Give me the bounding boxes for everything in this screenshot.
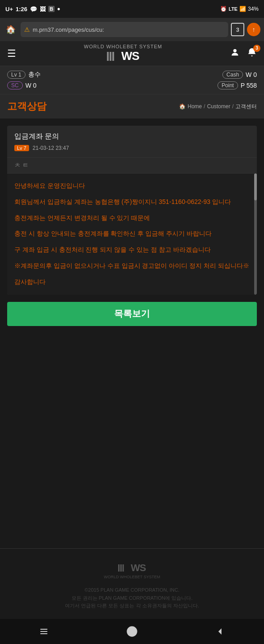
status-icons: ⏰ LTE 📶 34% xyxy=(220,6,259,12)
nav-bar xyxy=(0,619,264,644)
logo-wws-text: WS xyxy=(121,49,139,63)
hamburger-menu[interactable]: ☰ xyxy=(7,48,16,59)
sc-amount: W 0 xyxy=(26,82,37,89)
post-level-badge: Lv 7 xyxy=(14,145,29,151)
logo: WORLD WHOLEBET SYSTEM WS xyxy=(84,44,162,63)
svg-rect-1 xyxy=(110,52,111,61)
user-info-right: Cash W 0 Point P 558 xyxy=(217,71,257,89)
svg-rect-6 xyxy=(123,564,124,572)
alarm-icon: ⏰ xyxy=(220,6,227,12)
list-view-button[interactable]: 목록보기 xyxy=(7,302,257,326)
user-icon[interactable] xyxy=(230,47,240,60)
logo-main: WS xyxy=(107,49,139,63)
main-content: 입금계좌 문의 Lv 7 21-03-12 23:47 ㅊ ㅌ 안녕하세요 운영… xyxy=(0,119,264,539)
cash-row: Cash W 0 xyxy=(222,71,257,79)
footer-logo: WS WORLD WHOLEBET SYSTEM xyxy=(7,562,257,579)
reply-line-6: ※계좌문의후 입금이 없으시거나 수표 입금시 경고없이 아이디 정지 처리 되… xyxy=(14,261,251,271)
svg-rect-2 xyxy=(112,52,114,61)
browser-actions: 3 ↑ xyxy=(231,23,260,36)
cash-badge: Cash xyxy=(222,71,243,79)
band-icon: B xyxy=(48,6,55,12)
footer-logo-text: WS xyxy=(131,562,145,574)
page-header: 고객상담 🏠 Home / Customer / 고객센터 xyxy=(0,94,264,119)
breadcrumb-customer: Customer xyxy=(207,103,230,110)
reply-line-4: 충전 시 항상 안내되는 충전계좌를 확인하신 후 입금해 주시기 바랍니다 xyxy=(14,229,251,239)
post-meta: Lv 7 21-03-12 23:47 xyxy=(14,145,250,151)
sc-badge: SC xyxy=(7,81,23,89)
svg-point-10 xyxy=(127,627,136,636)
footer-line3: 여기서 언급된 다른 모든 상표는 각 소유권자들의 자산입니다. xyxy=(7,602,257,610)
footer-logo-icon xyxy=(118,564,129,572)
carrier: U+ xyxy=(5,6,13,13)
svg-rect-4 xyxy=(118,564,119,572)
point-amount: P 558 xyxy=(241,82,257,89)
notification-icon[interactable]: 3 xyxy=(247,47,257,60)
svg-rect-7 xyxy=(40,631,47,632)
browser-url: m.prn37.com/pages/cus/cu: xyxy=(33,26,104,33)
warning-icon: ⚠ xyxy=(24,26,30,33)
point-badge: Point xyxy=(217,81,238,89)
breadcrumb-home: Home xyxy=(187,103,202,110)
svg-rect-9 xyxy=(40,633,47,634)
svg-rect-0 xyxy=(107,52,109,61)
scrollbar[interactable] xyxy=(254,174,257,295)
page-title: 고객상담 xyxy=(7,100,47,113)
nav-back-button[interactable] xyxy=(30,623,57,640)
point-row: Point P 558 xyxy=(217,81,257,89)
svg-rect-5 xyxy=(120,564,122,572)
signal-icon: 📶 xyxy=(239,6,246,12)
user-name: 총수 xyxy=(28,71,41,79)
footer-line2: 모든 권리는 PLAN GAME CORPORATION에 있습니다. xyxy=(7,594,257,602)
svg-point-3 xyxy=(233,49,236,52)
status-bar: U+ 1:26 💬 🖼 B • ⏰ LTE 📶 34% xyxy=(0,0,264,18)
nav-forward-button[interactable] xyxy=(207,623,234,640)
tab-count-button[interactable]: 3 xyxy=(231,23,244,36)
reply-line-5: 구 계좌 입금 시 충전처리 진행 되지 않을 수 있는 점 참고 바라겠습니다 xyxy=(14,245,251,255)
level-badge: Lv 1 xyxy=(7,71,26,79)
reply-icon: ㅊ ㅌ xyxy=(14,161,29,169)
breadcrumb-sep1: / xyxy=(204,103,205,110)
reply-line-1: 안녕하세요 운영진입니다 xyxy=(14,181,251,191)
footer-line1: ©2015 PLAN GAME CORPORATION, INC. xyxy=(7,586,257,594)
cash-amount: W 0 xyxy=(246,71,257,78)
breadcrumb-sep2: / xyxy=(232,103,234,110)
browser-bar: 🏠 ⚠ m.prn37.com/pages/cus/cu: 3 ↑ xyxy=(0,18,264,41)
upload-button[interactable]: ↑ xyxy=(247,23,260,36)
breadcrumb: 🏠 Home / Customer / 고객센터 xyxy=(179,103,257,110)
reply-text-content: 안녕하세요 운영진입니다 회원님께서 입금하실 계좌는 농협은행 (주)짱이지니… xyxy=(7,174,257,295)
notification-badge: 3 xyxy=(253,45,260,52)
post-title: 입금계좌 문의 xyxy=(14,132,250,141)
browser-home-button[interactable]: 🏠 xyxy=(4,22,18,37)
footer-logo-top: WORLD WHOLEBET SYSTEM xyxy=(7,575,257,579)
reply-scrollbar-container: 안녕하세요 운영진입니다 회원님께서 입금하실 계좌는 농협은행 (주)짱이지니… xyxy=(7,174,257,295)
user-info-bar: Lv 1 총수 SC W 0 Cash W 0 Point P 558 xyxy=(0,66,264,94)
lte-icon: LTE xyxy=(229,6,238,12)
list-button-area: 목록보기 xyxy=(7,302,257,326)
reply-line-3: 충전계좌는 언제든지 변경처리 될 수 있기 때문에 xyxy=(14,213,251,224)
dot-icon: • xyxy=(57,4,60,14)
footer: WS WORLD WHOLEBET SYSTEM ©2015 PLAN GAME… xyxy=(0,548,264,619)
time: 1:26 xyxy=(16,6,27,13)
user-info-left: Lv 1 총수 SC W 0 xyxy=(7,71,41,89)
logo-icon xyxy=(107,51,120,62)
reply-line-2: 회원님께서 입금하실 계좌는 농협은행 (주)짱이지니 351-1160-062… xyxy=(14,197,251,208)
svg-rect-8 xyxy=(40,629,47,630)
post-header: 입금계좌 문의 Lv 7 21-03-12 23:47 xyxy=(7,126,257,158)
scrollbar-thumb[interactable] xyxy=(254,174,257,200)
sc-row: SC W 0 xyxy=(7,81,41,89)
post-card: 입금계좌 문의 Lv 7 21-03-12 23:47 ㅊ ㅌ 안녕하세요 운영… xyxy=(7,126,257,295)
battery-text: 34% xyxy=(248,6,259,12)
image-icon: 🖼 xyxy=(40,6,46,13)
app-header: ☰ WORLD WHOLEBET SYSTEM WS 3 xyxy=(0,41,264,66)
breadcrumb-current: 고객센터 xyxy=(235,103,257,110)
reply-header: ㅊ ㅌ xyxy=(7,158,257,174)
status-left: U+ 1:26 💬 🖼 B • xyxy=(5,4,60,14)
footer-copyright: ©2015 PLAN GAME CORPORATION, INC. 모든 권리는… xyxy=(7,586,257,610)
nav-home-button[interactable] xyxy=(119,623,145,640)
header-icons: 3 xyxy=(230,47,257,60)
level-name-row: Lv 1 총수 xyxy=(7,71,41,79)
browser-url-bar[interactable]: ⚠ m.prn37.com/pages/cus/cu: xyxy=(21,22,228,37)
reply-line-7: 감사합니다 xyxy=(14,277,251,288)
post-date: 21-03-12 23:47 xyxy=(33,145,69,151)
breadcrumb-home-icon: 🏠 xyxy=(179,103,186,110)
